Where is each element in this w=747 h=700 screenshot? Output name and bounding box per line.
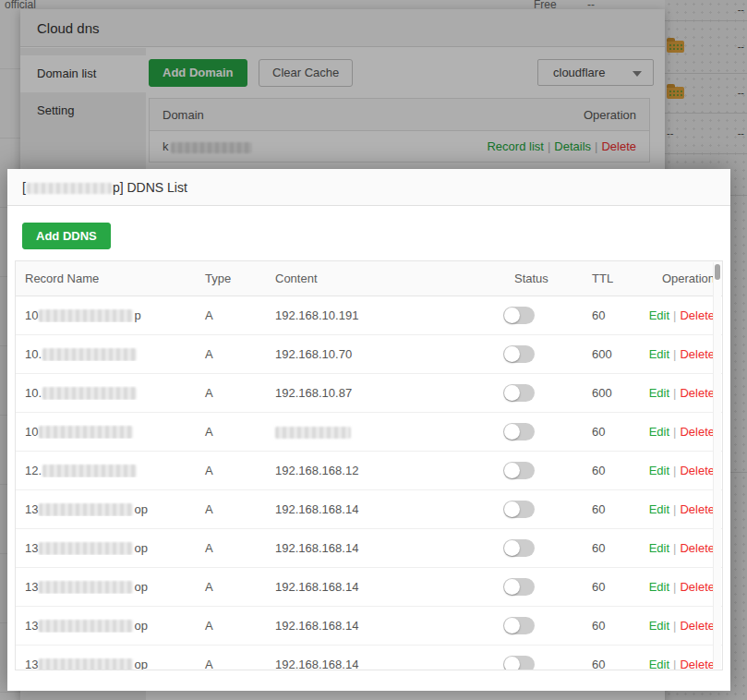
ddns-list-modal: [p] DDNS List Add DDNS Record Name Type …	[7, 169, 730, 691]
table-row: 10. A 192.168.10.70 600 Edit|Delete	[16, 335, 722, 374]
status-toggle[interactable]	[503, 462, 535, 479]
record-type: A	[190, 541, 260, 555]
toggle-knob	[504, 618, 520, 634]
record-type: A	[190, 308, 260, 322]
separator: |	[669, 541, 680, 555]
separator: |	[669, 347, 680, 361]
table-row: 13op A 192.168.168.14 60 Edit|Delete	[16, 490, 722, 529]
redacted-text	[39, 581, 133, 594]
record-content	[260, 425, 500, 439]
record-content: 192.168.168.14	[260, 658, 500, 670]
status-toggle[interactable]	[503, 307, 535, 324]
delete-link[interactable]: Delete	[680, 464, 715, 477]
record-name: 13op	[16, 658, 190, 670]
record-content: 192.168.168.14	[260, 502, 500, 516]
edit-link[interactable]: Edit	[649, 541, 669, 555]
record-ttl: 60	[577, 308, 645, 322]
record-ttl: 600	[577, 386, 645, 400]
record-ttl: 60	[577, 580, 645, 594]
redacted-text	[39, 426, 133, 439]
separator: |	[669, 425, 680, 439]
edit-link[interactable]: Edit	[649, 619, 669, 633]
status-cell	[500, 501, 577, 518]
record-type: A	[190, 619, 260, 633]
delete-link[interactable]: Delete	[680, 347, 715, 361]
delete-link[interactable]: Delete	[680, 658, 715, 670]
redacted-text	[39, 542, 133, 555]
record-ttl: 60	[577, 425, 645, 439]
edit-link[interactable]: Edit	[649, 308, 669, 322]
toggle-knob	[504, 501, 520, 517]
toggle-knob	[504, 579, 520, 595]
record-type: A	[190, 658, 260, 670]
redacted-text	[39, 503, 133, 516]
redacted-text	[42, 465, 137, 477]
record-name: 12.	[16, 464, 190, 478]
redacted-text	[39, 658, 133, 670]
toggle-knob	[504, 463, 520, 478]
record-type: A	[190, 386, 260, 400]
record-type: A	[190, 502, 260, 516]
separator: |	[669, 464, 680, 477]
redacted-text	[39, 620, 133, 633]
record-content: 192.168.10.191	[260, 308, 500, 322]
operation-cell: Edit|Delete	[645, 308, 722, 322]
status-cell	[500, 384, 577, 402]
separator: |	[669, 386, 680, 400]
redacted-text	[42, 348, 137, 361]
edit-link[interactable]: Edit	[649, 580, 669, 594]
status-cell	[500, 539, 577, 557]
status-toggle[interactable]	[503, 578, 535, 596]
status-toggle[interactable]	[503, 384, 535, 402]
record-content: 192.168.168.12	[260, 464, 500, 477]
record-type: A	[190, 347, 260, 361]
delete-link[interactable]: Delete	[680, 580, 715, 594]
status-toggle[interactable]	[503, 423, 535, 441]
table-row: 10. A 192.168.10.87 600 Edit|Delete	[16, 374, 722, 413]
add-ddns-button[interactable]: Add DDNS	[22, 223, 111, 249]
delete-link[interactable]: Delete	[680, 425, 715, 439]
record-content: 192.168.168.14	[260, 580, 500, 594]
operation-cell: Edit|Delete	[645, 619, 722, 633]
table-row: 10 A 60 Edit|Delete	[16, 413, 722, 452]
separator: |	[669, 619, 680, 633]
edit-link[interactable]: Edit	[649, 386, 669, 400]
scrollbar-thumb[interactable]	[715, 264, 720, 280]
separator: |	[669, 502, 680, 516]
status-toggle[interactable]	[503, 539, 535, 557]
edit-link[interactable]: Edit	[649, 658, 669, 670]
status-cell	[500, 617, 577, 634]
scrollbar[interactable]	[713, 262, 721, 669]
record-type: A	[190, 464, 260, 477]
record-ttl: 60	[577, 658, 645, 670]
edit-link[interactable]: Edit	[649, 464, 669, 477]
redacted-text	[275, 427, 351, 439]
redacted-text	[27, 183, 112, 194]
edit-link[interactable]: Edit	[649, 425, 669, 439]
status-toggle[interactable]	[503, 656, 535, 670]
status-toggle[interactable]	[503, 345, 535, 363]
delete-link[interactable]: Delete	[680, 386, 715, 400]
delete-link[interactable]: Delete	[680, 541, 715, 555]
separator: |	[669, 308, 680, 322]
record-ttl: 60	[577, 541, 645, 555]
status-cell	[500, 578, 577, 596]
record-name: 13op	[16, 502, 190, 517]
edit-link[interactable]: Edit	[649, 347, 669, 361]
record-name: 10.	[16, 347, 190, 362]
ddns-table: Record Name Type Content Status TTL Oper…	[15, 260, 723, 670]
record-name: 13op	[16, 541, 190, 556]
ttl-header: TTL	[577, 272, 645, 285]
delete-link[interactable]: Delete	[680, 308, 715, 322]
toggle-knob	[504, 424, 520, 440]
delete-link[interactable]: Delete	[680, 619, 715, 633]
operation-cell: Edit|Delete	[645, 658, 722, 670]
status-toggle[interactable]	[503, 501, 535, 518]
edit-link[interactable]: Edit	[649, 502, 669, 516]
status-cell	[500, 656, 577, 670]
delete-link[interactable]: Delete	[680, 502, 715, 516]
operation-cell: Edit|Delete	[645, 347, 722, 361]
status-toggle[interactable]	[503, 617, 535, 634]
table-row: 13op A 192.168.168.14 60 Edit|Delete	[16, 607, 722, 646]
redacted-text	[42, 387, 137, 400]
